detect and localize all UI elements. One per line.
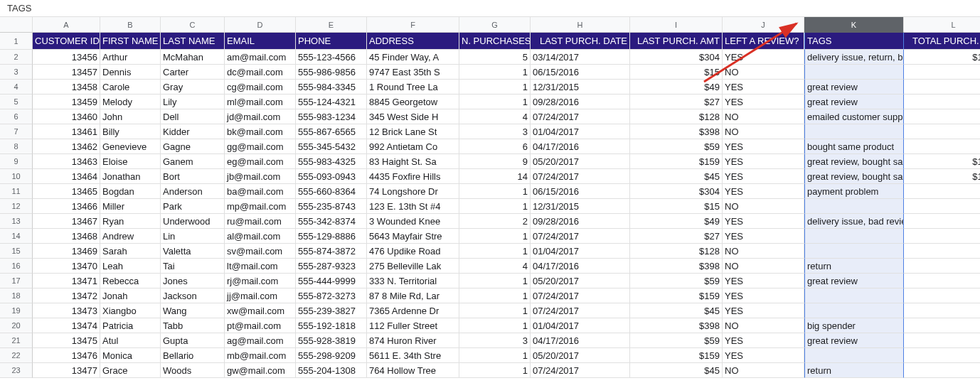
cell[interactable]: Park: [161, 199, 225, 214]
cell[interactable]: 555-660-8364: [296, 184, 367, 199]
cell[interactable]: Genevieve: [100, 139, 161, 154]
column-label-H[interactable]: H: [531, 17, 630, 33]
cell[interactable]: Bogdan: [100, 184, 161, 199]
cell[interactable]: 87 8 Mile Rd, Lar: [367, 288, 459, 303]
cell[interactable]: $27: [904, 95, 980, 109]
cell[interactable]: 555-983-1234: [296, 109, 367, 124]
cell[interactable]: YES: [723, 333, 804, 348]
cell[interactable]: 03/14/2017: [531, 50, 630, 65]
cell[interactable]: gg@mail.com: [225, 139, 296, 154]
cell[interactable]: NO: [723, 318, 804, 333]
cell[interactable]: $15: [630, 65, 723, 80]
cell[interactable]: [804, 244, 904, 259]
cell[interactable]: $128: [904, 244, 980, 259]
column-label-I[interactable]: I: [630, 17, 723, 33]
cell[interactable]: 13462: [33, 139, 100, 154]
cell[interactable]: 13459: [33, 95, 100, 109]
column-label-J[interactable]: J: [723, 17, 804, 33]
row-label-21[interactable]: 21: [0, 333, 33, 348]
cell[interactable]: YES: [723, 184, 804, 199]
cell[interactable]: $59: [630, 333, 723, 348]
cell[interactable]: great review: [804, 80, 904, 95]
cell[interactable]: 1: [459, 348, 531, 363]
cell[interactable]: NO: [723, 109, 804, 124]
cell[interactable]: $398: [904, 318, 980, 333]
select-all-corner[interactable]: [0, 17, 33, 33]
column-label-L[interactable]: L: [904, 17, 980, 33]
cell[interactable]: $59: [630, 139, 723, 154]
cell[interactable]: YES: [723, 169, 804, 184]
header-cell-F[interactable]: ADDRESS: [367, 33, 459, 50]
cell[interactable]: 06/15/2016: [531, 65, 630, 80]
row-label-8[interactable]: 8: [0, 139, 33, 154]
cell[interactable]: $45: [630, 169, 723, 184]
cell[interactable]: 555-928-3819: [296, 333, 367, 348]
cell[interactable]: 874 Huron River: [367, 333, 459, 348]
cell[interactable]: 3 Wounded Knee: [367, 214, 459, 229]
cell[interactable]: 992 Antietam Co: [367, 139, 459, 154]
header-cell-D[interactable]: EMAIL: [225, 33, 296, 50]
cell[interactable]: 13463: [33, 154, 100, 169]
cell[interactable]: Monica: [100, 348, 161, 363]
cell[interactable]: 555-872-3273: [296, 288, 367, 303]
cell[interactable]: 555-444-9999: [296, 274, 367, 288]
cell[interactable]: Atul: [100, 333, 161, 348]
row-label-18[interactable]: 18: [0, 288, 33, 303]
cell[interactable]: 555-867-6565: [296, 124, 367, 139]
row-label-7[interactable]: 7: [0, 124, 33, 139]
cell[interactable]: delivery issue, bad revie: [804, 214, 904, 229]
cell[interactable]: 5643 Mayfair Stre: [367, 229, 459, 244]
cell[interactable]: lt@mail.com: [225, 259, 296, 274]
cell[interactable]: NO: [723, 244, 804, 259]
cell[interactable]: YES: [723, 229, 804, 244]
cell[interactable]: bought same product: [804, 139, 904, 154]
cell[interactable]: Tabb: [161, 318, 225, 333]
cell[interactable]: 555-204-1308: [296, 363, 367, 378]
cell[interactable]: 07/24/2017: [531, 169, 630, 184]
cell[interactable]: bk@mail.com: [225, 124, 296, 139]
cell[interactable]: YES: [723, 139, 804, 154]
header-cell-H[interactable]: LAST PURCH. DATE: [531, 33, 630, 50]
cell[interactable]: jd@mail.com: [225, 109, 296, 124]
cell[interactable]: 14: [459, 169, 531, 184]
cell[interactable]: Rebecca: [100, 274, 161, 288]
cell[interactable]: Arthur: [100, 50, 161, 65]
cell[interactable]: dc@mail.com: [225, 65, 296, 80]
cell[interactable]: Miller: [100, 199, 161, 214]
cell[interactable]: 275 Belleville Lak: [367, 259, 459, 274]
cell[interactable]: Lin: [161, 229, 225, 244]
cell[interactable]: 7365 Ardenne Dr: [367, 303, 459, 318]
cell[interactable]: 04/17/2016: [531, 333, 630, 348]
column-label-E[interactable]: E: [296, 17, 367, 33]
cell[interactable]: $128: [630, 109, 723, 124]
cell[interactable]: delivery issue, return, ba: [804, 50, 904, 65]
cell[interactable]: $607: [904, 139, 980, 154]
cell[interactable]: 07/24/2017: [531, 303, 630, 318]
cell[interactable]: 13471: [33, 274, 100, 288]
cell[interactable]: 1: [459, 303, 531, 318]
cell[interactable]: 9: [459, 154, 531, 169]
row-label-5[interactable]: 5: [0, 95, 33, 109]
row-label-22[interactable]: 22: [0, 348, 33, 363]
row-label-17[interactable]: 17: [0, 274, 33, 288]
cell[interactable]: mb@mail.com: [225, 348, 296, 363]
cell[interactable]: $15: [630, 199, 723, 214]
cell[interactable]: YES: [723, 80, 804, 95]
row-label-11[interactable]: 11: [0, 184, 33, 199]
cell[interactable]: 1: [459, 318, 531, 333]
cell[interactable]: 13469: [33, 244, 100, 259]
row-label-14[interactable]: 14: [0, 229, 33, 244]
cell[interactable]: Grace: [100, 363, 161, 378]
cell[interactable]: 764 Hollow Tree: [367, 363, 459, 378]
cell[interactable]: Carole: [100, 80, 161, 95]
cell[interactable]: Underwood: [161, 214, 225, 229]
cell[interactable]: $213: [904, 333, 980, 348]
cell[interactable]: $159: [904, 288, 980, 303]
cell[interactable]: 13474: [33, 318, 100, 333]
cell[interactable]: 13477: [33, 363, 100, 378]
column-label-A[interactable]: A: [33, 17, 100, 33]
formula-bar[interactable]: TAGS: [0, 0, 980, 17]
cell[interactable]: Ganem: [161, 154, 225, 169]
cell[interactable]: Gagne: [161, 139, 225, 154]
cell[interactable]: great review: [804, 95, 904, 109]
